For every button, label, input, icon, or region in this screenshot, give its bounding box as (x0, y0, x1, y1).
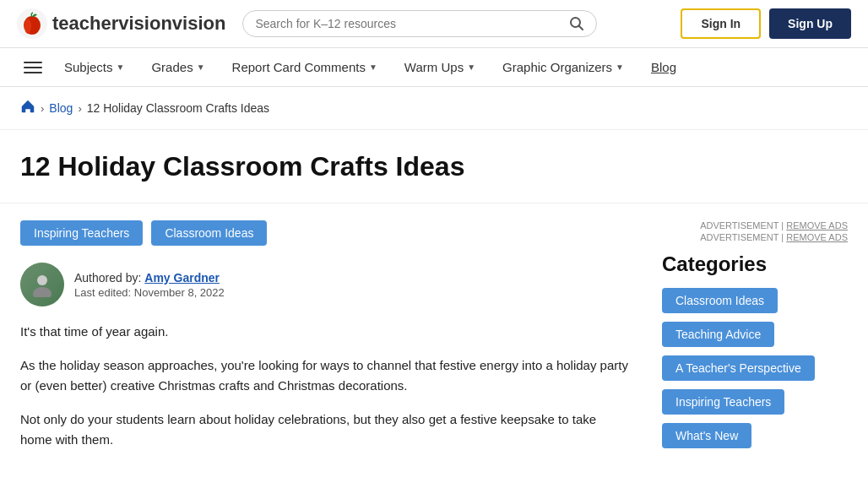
remove-ads-link-1[interactable]: REMOVE ADS (786, 220, 848, 230)
category-teaching-advice[interactable]: Teaching Advice (662, 322, 774, 347)
tag-classroom-ideas[interactable]: Classroom Ideas (151, 220, 267, 246)
author-info: Authored by: Amy Gardner Last edited: No… (74, 271, 225, 299)
breadcrumb-home-link[interactable] (20, 99, 35, 117)
nav-label-grades: Grades (151, 60, 193, 74)
header: teachervisionvision Sign In Sign Up (0, 0, 868, 48)
category-inspiring-teachers[interactable]: Inspiring Teachers (662, 389, 784, 415)
main-content: Inspiring Teachers Classroom Ideas Autho… (0, 203, 868, 480)
category-classroom-ideas[interactable]: Classroom Ideas (662, 288, 778, 313)
search-input[interactable] (255, 17, 569, 30)
breadcrumb-sep-1: › (41, 102, 44, 115)
page-title: 12 Holiday Classroom Crafts Ideas (20, 150, 848, 182)
category-whats-new[interactable]: What's New (662, 423, 751, 448)
logo-text: teachervisionvision (52, 13, 225, 35)
remove-ads-link-2[interactable]: REMOVE ADS (786, 232, 848, 242)
breadcrumb-current-page: 12 Holiday Classroom Crafts Ideas (87, 101, 269, 115)
hamburger-line-3 (24, 72, 42, 73)
nav-item-subjects[interactable]: Subjects ▼ (52, 48, 136, 86)
nav-label-blog: Blog (651, 60, 676, 74)
tags-row: Inspiring Teachers Classroom Ideas (20, 220, 628, 246)
home-icon (20, 99, 35, 114)
signin-button[interactable]: Sign In (681, 8, 761, 39)
tag-inspiring-teachers[interactable]: Inspiring Teachers (20, 220, 143, 246)
hamburger-line-1 (24, 62, 42, 63)
nav-item-warm-ups[interactable]: Warm Ups ▼ (393, 48, 487, 86)
logo[interactable]: teachervisionvision (17, 8, 225, 39)
auth-buttons: Sign In Sign Up (681, 8, 851, 39)
search-bar (242, 10, 597, 37)
authored-by-label: Authored by: Amy Gardner (74, 271, 225, 285)
apple-logo-icon (17, 8, 47, 39)
search-icon (569, 16, 584, 31)
breadcrumb: › Blog › 12 Holiday Classroom Crafts Ide… (0, 87, 868, 130)
categories-heading: Categories (662, 252, 848, 276)
last-edited: Last edited: November 8, 2022 (74, 286, 225, 299)
nav-item-report-card[interactable]: Report Card Comments ▼ (220, 48, 389, 86)
avatar-person-icon (30, 272, 55, 297)
svg-point-6 (33, 287, 52, 297)
chevron-down-icon: ▼ (467, 62, 475, 72)
nav-item-blog[interactable]: Blog (639, 48, 688, 86)
svg-point-2 (24, 19, 31, 34)
article-area: Inspiring Teachers Classroom Ideas Autho… (20, 220, 628, 464)
svg-point-5 (37, 275, 47, 285)
author-row: Authored by: Amy Gardner Last edited: No… (20, 263, 628, 306)
nav-label-report-card: Report Card Comments (232, 60, 366, 74)
author-name-link[interactable]: Amy Gardner (144, 271, 220, 285)
nav-label-graphic-organizers: Graphic Organizers (502, 60, 612, 74)
breadcrumb-sep-2: › (78, 102, 81, 115)
sidebar: ADVERTISEMENT | REMOVE ADS ADVERTISEMENT… (662, 220, 848, 464)
ad-notice-2: ADVERTISEMENT | REMOVE ADS (662, 232, 848, 242)
breadcrumb-blog-link[interactable]: Blog (49, 101, 73, 115)
page-title-area: 12 Holiday Classroom Crafts Ideas (0, 130, 868, 203)
ad-notice-1: ADVERTISEMENT | REMOVE ADS (662, 220, 848, 230)
category-teachers-perspective[interactable]: A Teacher's Perspective (662, 355, 815, 381)
svg-line-4 (579, 26, 583, 30)
hamburger-line-2 (24, 67, 42, 68)
signup-button[interactable]: Sign Up (769, 8, 851, 39)
chevron-down-icon: ▼ (616, 62, 624, 72)
nav-bar: Subjects ▼ Grades ▼ Report Card Comments… (0, 48, 868, 87)
nav-label-subjects: Subjects (64, 60, 113, 74)
nav-item-grades[interactable]: Grades ▼ (139, 48, 216, 86)
search-button[interactable] (569, 16, 584, 31)
article-paragraph-3: Not only do your students learn about ho… (20, 409, 628, 450)
avatar (20, 263, 64, 306)
chevron-down-icon: ▼ (117, 62, 125, 72)
chevron-down-icon: ▼ (369, 62, 377, 72)
avatar-image (20, 263, 64, 306)
category-tags: Classroom Ideas Teaching Advice A Teache… (662, 288, 848, 448)
hamburger-menu-button[interactable] (17, 52, 49, 84)
article-paragraph-1: It's that time of year again. (20, 322, 628, 342)
article-body: It's that time of year again. As the hol… (20, 322, 628, 450)
nav-item-graphic-organizers[interactable]: Graphic Organizers ▼ (491, 48, 636, 86)
chevron-down-icon: ▼ (197, 62, 205, 72)
nav-label-warm-ups: Warm Ups (404, 60, 464, 74)
article-paragraph-2: As the holiday season approaches, you're… (20, 355, 628, 396)
